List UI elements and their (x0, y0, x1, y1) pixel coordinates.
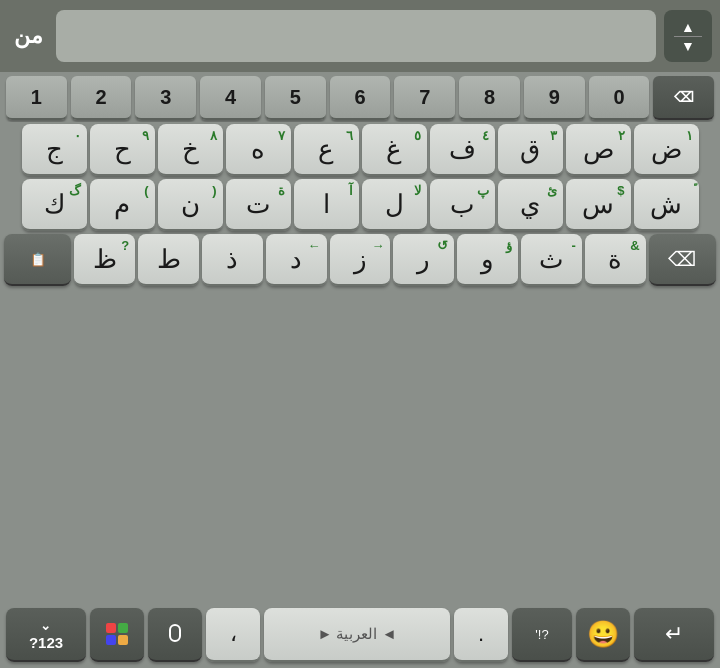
num-key-3[interactable]: 3 (135, 76, 196, 120)
microphone-button[interactable] (148, 608, 202, 662)
key-dhal[interactable]: ذ (202, 234, 263, 286)
emoji-button[interactable]: 😀 (576, 608, 630, 662)
key-seen[interactable]: $ س (566, 179, 631, 231)
arabic-row-2: گ ك ( م ) ن ة ت آ ا لا ل پ ب ئ ي (4, 179, 716, 231)
comma-button[interactable]: ، (206, 608, 260, 662)
key-ta[interactable]: ة ت (226, 179, 291, 231)
key-kha[interactable]: ٨ خ (158, 124, 223, 176)
exclamation-button[interactable]: '!? (512, 608, 572, 662)
num-key-5[interactable]: 5 (265, 76, 326, 120)
num-key-4[interactable]: 4 (200, 76, 261, 120)
input-bar: من ▲ ▼ (0, 0, 720, 72)
space-button[interactable]: ◄ العربية ► (264, 608, 450, 662)
backspace-key[interactable]: ⌫ (649, 234, 716, 286)
key-sad[interactable]: ٢ ص (566, 124, 631, 176)
key-tta[interactable]: ط (138, 234, 199, 286)
num-key-2[interactable]: 2 (71, 76, 132, 120)
num-backspace-key[interactable]: ⌫ (653, 76, 714, 120)
arrow-divider (674, 36, 702, 37)
keyboard-area: ٠ ج ٩ ح ٨ خ ٧ ه ٦ ع ٥ غ ٤ ف ٣ ق (0, 122, 720, 604)
grid-icon (106, 623, 128, 645)
mic-icon (169, 624, 181, 642)
emoji-icon: 😀 (587, 619, 619, 650)
globe-button[interactable] (90, 608, 144, 662)
scroll-arrows[interactable]: ▲ ▼ (664, 10, 712, 62)
key-thal[interactable]: ? ظ (74, 234, 135, 286)
num-key-8[interactable]: 8 (459, 76, 520, 120)
number-row: 1 2 3 4 5 6 7 8 9 0 ⌫ (0, 72, 720, 122)
num-key-6[interactable]: 6 (330, 76, 391, 120)
key-haa[interactable]: ٩ ح (90, 124, 155, 176)
key-dal[interactable]: ← د (266, 234, 327, 286)
key-ya[interactable]: ئ ي (498, 179, 563, 231)
bottom-row: ⌄ ?123 ، ◄ العربية ► . '!? 😀 ↵ (0, 604, 720, 668)
key-ba[interactable]: پ ب (430, 179, 495, 231)
input-label: من (8, 23, 48, 49)
key-fa[interactable]: ٤ ف (430, 124, 495, 176)
return-button[interactable]: ↵ (634, 608, 714, 662)
key-jeem[interactable]: ٠ ج (22, 124, 87, 176)
key-waw[interactable]: ؤ و (457, 234, 518, 286)
arrow-down-icon: ▼ (681, 39, 695, 53)
arabic-row-1: ٠ ج ٩ ح ٨ خ ٧ ه ٦ ع ٥ غ ٤ ف ٣ ق (4, 124, 716, 176)
num-key-9[interactable]: 9 (524, 76, 585, 120)
key-ayn[interactable]: ٦ ع (294, 124, 359, 176)
text-input-field[interactable] (56, 10, 656, 62)
shift-left-key[interactable]: 📋 (4, 234, 71, 286)
key-ha[interactable]: ٧ ه (226, 124, 291, 176)
numbers-switch-button[interactable]: ⌄ ?123 (6, 608, 86, 662)
key-meem[interactable]: ( م (90, 179, 155, 231)
key-dad[interactable]: ١ ض (634, 124, 699, 176)
key-noon[interactable]: ) ن (158, 179, 223, 231)
key-taa-marb[interactable]: & ة (585, 234, 646, 286)
chevron-down-icon: ⌄ (40, 618, 51, 633)
key-qaf[interactable]: ٣ ق (498, 124, 563, 176)
num-key-7[interactable]: 7 (394, 76, 455, 120)
key-zay[interactable]: → ز (330, 234, 391, 286)
num-key-1[interactable]: 1 (6, 76, 67, 120)
period-button[interactable]: . (454, 608, 508, 662)
key-tha[interactable]: - ث (521, 234, 582, 286)
key-alef[interactable]: آ ا (294, 179, 359, 231)
arrow-up-icon: ▲ (681, 20, 695, 34)
return-icon: ↵ (665, 621, 683, 647)
key-ra[interactable]: ↺ ر (393, 234, 454, 286)
key-lam[interactable]: لا ل (362, 179, 427, 231)
num-key-0[interactable]: 0 (589, 76, 650, 120)
arabic-row-3: 📋 ? ظ ط ذ ← د → ز ↺ ر ؤ و - ث (4, 234, 716, 286)
key-sheen[interactable]: ّ ش (634, 179, 699, 231)
key-kaf[interactable]: گ ك (22, 179, 87, 231)
key-ghayn[interactable]: ٥ غ (362, 124, 427, 176)
